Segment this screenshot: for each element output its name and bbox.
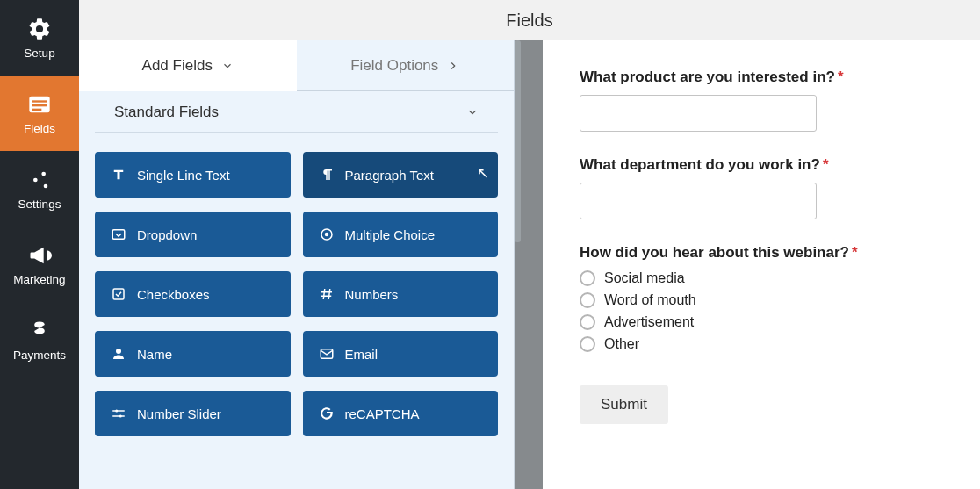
- field-label: Dropdown: [137, 227, 197, 242]
- nav-setup[interactable]: Setup: [0, 0, 79, 76]
- dollar-icon: [27, 319, 52, 343]
- nav-label: Setup: [24, 47, 54, 60]
- gear-icon: [27, 17, 52, 41]
- field-label: Checkboxes: [137, 287, 210, 302]
- radio-option[interactable]: Advertisement: [580, 314, 940, 330]
- hash-icon: [319, 286, 335, 302]
- question-product: What product are you interested in?*: [580, 68, 940, 132]
- field-checkboxes[interactable]: Checkboxes: [95, 271, 291, 317]
- field-label: reCAPTCHA: [345, 406, 420, 421]
- radio-icon: [580, 336, 595, 352]
- panel-scrollbar[interactable]: [515, 40, 521, 242]
- svg-point-14: [119, 415, 122, 418]
- field-recaptcha[interactable]: reCAPTCHA: [303, 391, 499, 436]
- svg-point-13: [115, 410, 118, 413]
- question-label: What product are you interested in?*: [580, 68, 940, 86]
- field-label: Single Line Text: [137, 168, 230, 183]
- google-icon: [319, 406, 335, 421]
- field-number-slider[interactable]: Number Slider: [95, 391, 291, 436]
- left-nav: Setup Fields Settings Marketing Payments: [0, 0, 79, 489]
- svg-rect-2: [32, 104, 47, 106]
- nav-label: Fields: [24, 122, 55, 135]
- field-label: Paragraph Text: [345, 168, 434, 183]
- chevron-down-icon: [221, 60, 234, 72]
- cursor-icon: ↖: [477, 164, 489, 183]
- svg-rect-7: [112, 230, 125, 240]
- field-label: Name: [137, 347, 172, 362]
- radio-option[interactable]: Social media: [580, 270, 940, 286]
- svg-point-5: [33, 177, 38, 182]
- field-panel: Add Fields Field Options Standard Fields…: [79, 40, 515, 489]
- tab-label: Add Fields: [142, 57, 213, 75]
- question-department: What department do you work in?*: [580, 156, 940, 219]
- nav-settings[interactable]: Settings: [0, 151, 79, 227]
- nav-payments[interactable]: Payments: [0, 302, 79, 378]
- department-input[interactable]: [580, 183, 817, 219]
- radio-icon: [580, 292, 595, 308]
- field-email[interactable]: Email: [303, 331, 499, 377]
- slider-icon: [111, 406, 126, 421]
- chevron-right-icon: [447, 60, 459, 72]
- tab-label: Field Options: [350, 57, 438, 75]
- nav-fields[interactable]: Fields: [0, 76, 79, 151]
- field-paragraph-text[interactable]: Paragraph Text ↖: [303, 152, 499, 198]
- field-label: Multiple Choice: [345, 227, 436, 242]
- envelope-icon: [319, 346, 335, 362]
- tab-field-options[interactable]: Field Options: [297, 40, 515, 91]
- svg-point-9: [324, 233, 328, 237]
- sliders-icon: [27, 168, 52, 192]
- field-numbers[interactable]: Numbers: [303, 271, 499, 317]
- section-standard-fields[interactable]: Standard Fields: [95, 91, 498, 133]
- form-preview: What product are you interested in?* Wha…: [543, 40, 980, 489]
- svg-rect-10: [113, 289, 124, 299]
- form-icon: [27, 92, 52, 117]
- nav-label: Payments: [13, 349, 66, 362]
- svg-point-4: [41, 171, 46, 176]
- page-title: Fields: [79, 0, 980, 40]
- nav-label: Marketing: [13, 273, 65, 286]
- svg-point-6: [44, 183, 48, 188]
- field-label: Numbers: [345, 287, 399, 302]
- field-dropdown[interactable]: Dropdown: [95, 212, 291, 257]
- dropdown-icon: [111, 227, 126, 242]
- svg-point-11: [116, 349, 121, 354]
- radio-option[interactable]: Other: [580, 336, 940, 352]
- person-icon: [111, 346, 126, 362]
- radio-option[interactable]: Word of mouth: [580, 292, 940, 308]
- checkbox-icon: [111, 286, 126, 302]
- chevron-down-icon: [466, 106, 479, 119]
- nav-label: Settings: [18, 198, 61, 211]
- nav-marketing[interactable]: Marketing: [0, 227, 79, 302]
- question-label: How did you hear about this webinar?*: [580, 244, 940, 262]
- svg-rect-3: [32, 108, 42, 110]
- field-multiple-choice[interactable]: Multiple Choice: [303, 212, 499, 257]
- field-label: Email: [345, 347, 378, 362]
- submit-button[interactable]: Submit: [580, 385, 668, 424]
- section-title: Standard Fields: [114, 104, 219, 121]
- required-mark: *: [838, 68, 844, 85]
- bullhorn-icon: [27, 243, 52, 268]
- required-mark: *: [852, 244, 858, 261]
- product-input[interactable]: [580, 95, 817, 132]
- field-name[interactable]: Name: [95, 331, 291, 377]
- field-single-line-text[interactable]: Single Line Text: [95, 152, 291, 198]
- svg-rect-1: [32, 100, 47, 102]
- radio-icon: [319, 227, 335, 242]
- tab-add-fields[interactable]: Add Fields: [79, 40, 297, 91]
- radio-icon: [580, 314, 595, 330]
- field-label: Number Slider: [137, 406, 221, 421]
- question-label: What department do you work in?*: [580, 156, 940, 174]
- paragraph-icon: [319, 167, 335, 183]
- radio-icon: [580, 270, 595, 286]
- question-hear-about: How did you hear about this webinar?* So…: [580, 244, 940, 352]
- required-mark: *: [823, 156, 829, 173]
- text-icon: [111, 167, 126, 183]
